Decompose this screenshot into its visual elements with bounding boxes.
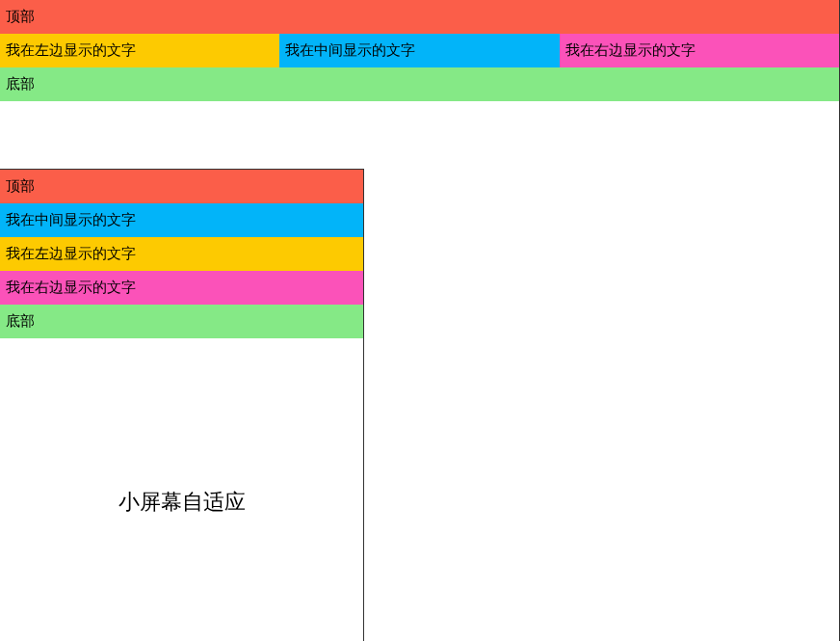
narrow-right-cell: 我在右边显示的文字 <box>0 271 363 305</box>
narrow-layout-demo: 顶部 我在中间显示的文字 我在左边显示的文字 我在右边显示的文字 底部 <box>0 170 363 338</box>
wide-footer: 底部 <box>0 67 839 101</box>
narrow-caption: 小屏幕自适应 <box>0 488 363 517</box>
wide-middle-row: 我在左边显示的文字 我在中间显示的文字 我在右边显示的文字 <box>0 34 839 67</box>
wide-center-cell: 我在中间显示的文字 <box>279 34 559 67</box>
wide-right-cell: 我在右边显示的文字 <box>560 34 839 67</box>
narrow-header: 顶部 <box>0 170 363 203</box>
narrow-center-cell: 我在中间显示的文字 <box>0 203 363 237</box>
wide-left-cell: 我在左边显示的文字 <box>0 34 279 67</box>
narrow-footer: 底部 <box>0 305 363 338</box>
narrow-layout-frame: 顶部 我在中间显示的文字 我在左边显示的文字 我在右边显示的文字 底部 小屏幕自… <box>0 169 364 641</box>
wide-layout-demo: 顶部 我在左边显示的文字 我在中间显示的文字 我在右边显示的文字 底部 <box>0 0 839 101</box>
wide-header: 顶部 <box>0 0 839 34</box>
narrow-left-cell: 我在左边显示的文字 <box>0 237 363 271</box>
